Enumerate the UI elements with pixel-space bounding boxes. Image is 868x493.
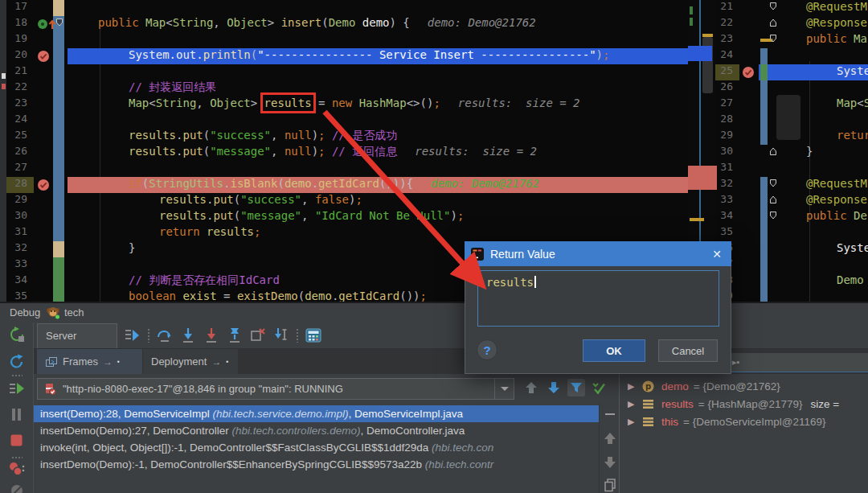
step-into-icon[interactable]	[179, 327, 197, 344]
chevron-right-icon[interactable]: ▸▪	[732, 357, 739, 368]
tab-frames[interactable]: Frames →▪	[37, 349, 142, 374]
line-number: 22	[715, 16, 739, 32]
change-marker	[760, 80, 768, 97]
code-line-22: 22// 封装返回结果	[6, 80, 688, 97]
change-marker	[53, 161, 64, 177]
fold-marker-icon[interactable]	[768, 18, 778, 27]
code-text: results.put("message", null); // 返回信息res…	[129, 145, 537, 161]
code-line-29: 29results.put("success", false);	[6, 193, 688, 209]
step-out-icon[interactable]	[226, 327, 244, 344]
mute-breakpoints-icon[interactable]	[8, 485, 26, 493]
line-number: 28	[6, 177, 34, 193]
tab-modified-dot: ▪	[226, 358, 228, 365]
scrollbar-thumb[interactable]	[776, 95, 800, 140]
code-line-25: 25results.put("success", null); // 是否成功	[6, 129, 688, 145]
resume-icon[interactable]	[8, 380, 26, 398]
change-marker	[760, 209, 768, 225]
variable-row-results[interactable]: ▶results= {HashMap@21779}size =	[620, 395, 868, 413]
stack-frame-row[interactable]: insert(Demo):28, DemoServiceImpl (hbi.te…	[34, 405, 599, 422]
ok-button[interactable]: OK	[583, 339, 645, 362]
code-text: @Response	[806, 193, 867, 209]
view-breakpoints-icon[interactable]	[8, 461, 26, 479]
breakpoint-check-icon[interactable]	[37, 50, 50, 63]
thread-actions-icon[interactable]	[590, 379, 608, 396]
fold-marker-icon[interactable]	[55, 18, 64, 27]
code-line-19: 19	[6, 32, 688, 48]
rerun-icon[interactable]	[8, 326, 26, 343]
help-button[interactable]: ?	[477, 339, 497, 360]
thread-selector[interactable]: "http-nio-8080-exec-17"@18,846 in group …	[37, 378, 514, 400]
frame-down-icon[interactable]	[545, 379, 563, 396]
inline-debugger-hint: demo: Demo@21762	[428, 16, 536, 29]
breakpoint-check-icon[interactable]	[37, 179, 50, 191]
code-line-34: 34public De	[715, 209, 868, 225]
toolbar-separator	[296, 328, 299, 343]
expand-arrow-icon[interactable]: ▶	[628, 399, 637, 409]
code-line-18: 18public Map<String, Object> insert(Demo…	[6, 16, 688, 32]
line-number: 25	[715, 64, 739, 80]
run-to-cursor-icon[interactable]	[272, 327, 290, 344]
scroll-up-icon[interactable]	[603, 431, 617, 446]
code-editor-right[interactable]: 21@RequestM22@Response23public Ma2425Sys…	[715, 0, 868, 302]
close-icon[interactable]: ✕	[712, 248, 722, 261]
fold-marker-icon[interactable]	[768, 34, 778, 43]
map-icon	[642, 399, 655, 409]
stack-frame-row[interactable]: insertDemo(Demo):-1, DemoController$$Enh…	[34, 456, 599, 473]
stop-icon[interactable]	[8, 432, 26, 450]
variable-value: = {HashMap@21779}	[698, 398, 803, 410]
variable-row-demo[interactable]: ▶pdemo= {Demo@21762}	[620, 377, 868, 395]
code-text: Syste	[837, 64, 868, 80]
stack-frame-row[interactable]: insertDemo(Demo):27, DemoController (hbi…	[34, 422, 599, 439]
copy-icon[interactable]	[603, 478, 617, 492]
step-over-icon[interactable]	[156, 327, 174, 344]
frame-up-icon[interactable]	[522, 379, 540, 396]
line-number: 26	[715, 80, 739, 97]
drop-frame-icon[interactable]	[249, 327, 267, 344]
change-marker	[53, 113, 64, 129]
code-text: results.put("success", null); // 是否成功	[129, 129, 397, 145]
tab-deployment[interactable]: Deployment →▪	[143, 349, 238, 374]
fold-marker-icon[interactable]	[768, 179, 778, 188]
expand-arrow-icon[interactable]: ▶	[628, 417, 637, 427]
evaluate-expression-icon[interactable]	[305, 327, 322, 344]
thread-dropdown-arrow[interactable]	[494, 379, 514, 399]
stack-frame-row[interactable]: invoke(int, Object, Object[]):-1, DemoCo…	[34, 439, 599, 456]
code-line-21: 21@RequestM	[715, 0, 868, 16]
code-text: }	[129, 241, 135, 257]
line-number: 33	[715, 193, 739, 209]
frames-list[interactable]: insert(Demo):28, DemoServiceImpl (hbi.te…	[34, 404, 599, 493]
line-number: 35	[6, 290, 34, 302]
code-line-28: 28if(StringUtils.isBlank(demo.getIdCard(…	[6, 177, 688, 193]
force-step-into-icon[interactable]	[203, 327, 220, 344]
fold-marker-icon[interactable]	[768, 211, 778, 220]
fold-marker-icon[interactable]	[768, 2, 778, 11]
fold-marker-icon[interactable]	[768, 195, 778, 204]
code-text: Map<S	[837, 97, 868, 113]
line-number: 32	[715, 177, 739, 193]
hide-icon[interactable]	[603, 407, 617, 421]
tab-server[interactable]: Server	[37, 323, 117, 348]
change-marker	[53, 64, 64, 80]
refresh-icon[interactable]	[8, 353, 26, 371]
method-breakpoint-icon[interactable]	[37, 18, 56, 31]
show-execution-point-icon[interactable]	[124, 327, 141, 344]
fold-marker-icon[interactable]	[768, 146, 778, 156]
cancel-button[interactable]: Cancel	[658, 339, 718, 362]
variables-panel[interactable]: ▸▪ ▶pdemo= {Demo@21762}▶results= {HashMa…	[619, 353, 868, 493]
line-number: 24	[715, 48, 739, 64]
pause-icon[interactable]	[8, 406, 26, 424]
code-text: Syste	[837, 241, 868, 257]
code-line-20: 20System.out.println("---------------- S…	[6, 48, 688, 64]
scroll-down-icon[interactable]	[603, 455, 617, 470]
breakpoint-check-icon[interactable]	[742, 66, 755, 79]
expand-arrow-icon[interactable]: ▶	[628, 381, 637, 392]
code-line-24: 24	[715, 48, 868, 64]
filter-icon[interactable]	[567, 379, 585, 396]
code-line-25: 25Syste	[715, 64, 868, 80]
code-line-26: 26results.put("message", null); // 返回信息r…	[6, 145, 688, 161]
dialog-title-bar[interactable]: Return Value ✕	[465, 241, 731, 266]
debug-left-toolbar	[0, 323, 34, 493]
line-number: 18	[6, 16, 34, 32]
variable-row-this[interactable]: ▶this= {DemoServiceImpl@21169}	[620, 413, 868, 430]
return-value-input[interactable]: results	[477, 270, 719, 327]
